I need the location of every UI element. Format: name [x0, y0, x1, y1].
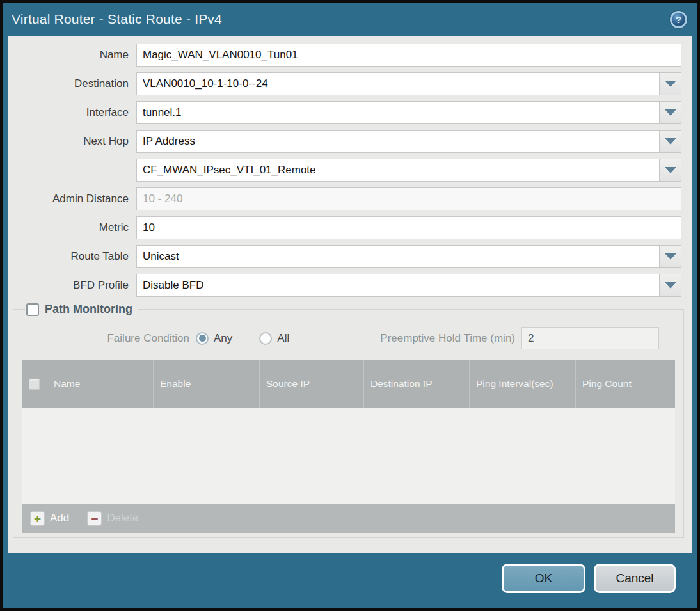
- cancel-button[interactable]: Cancel: [594, 564, 676, 593]
- column-header-ping-count: Ping Count: [576, 360, 675, 408]
- form-row-interface: Interface: [8, 101, 681, 124]
- static-route-dialog: Virtual Router - Static Route - IPv4 ? N…: [3, 3, 697, 608]
- form-row-bfd-profile: BFD Profile: [8, 274, 681, 297]
- preemptive-hold-time-label: Preemptive Hold Time (min): [380, 332, 521, 345]
- add-button-label: Add: [50, 512, 69, 525]
- next-hop-label: Next Hop: [8, 135, 136, 148]
- form-row-metric: Metric: [8, 216, 681, 239]
- static-route-form: Name Destination Interface: [8, 44, 692, 297]
- name-label: Name: [8, 49, 136, 61]
- table-header-checkbox-cell: [22, 360, 47, 408]
- form-row-route-table: Route Table: [8, 245, 681, 268]
- table-footer-bar: + Add − Delete: [22, 504, 675, 533]
- next-hop-type-dropdown-button[interactable]: [660, 130, 681, 153]
- name-input[interactable]: [136, 44, 681, 67]
- delete-button-label: Delete: [107, 512, 138, 525]
- minus-icon: −: [87, 511, 102, 526]
- path-monitoring-title: Path Monitoring: [45, 303, 132, 316]
- destination-dropdown-button[interactable]: [660, 72, 681, 95]
- path-monitoring-legend: Path Monitoring: [25, 303, 138, 316]
- form-row-next-hop: Next Hop: [8, 130, 681, 153]
- bfd-profile-dropdown-button[interactable]: [660, 274, 681, 297]
- dialog-title: Virtual Router - Static Route - IPv4: [12, 12, 222, 27]
- dialog-titlebar: Virtual Router - Static Route - IPv4 ?: [3, 3, 697, 36]
- delete-button[interactable]: − Delete: [87, 511, 138, 526]
- form-row-name: Name: [8, 44, 681, 67]
- chevron-down-icon: [665, 167, 676, 173]
- chevron-down-icon: [665, 282, 676, 289]
- chevron-down-icon: [665, 138, 676, 145]
- failure-condition-label: Failure Condition: [22, 332, 196, 345]
- chevron-down-icon: [665, 109, 676, 116]
- table-body-empty: [22, 408, 675, 504]
- column-header-source-ip: Source IP: [260, 360, 364, 408]
- bfd-profile-input[interactable]: [136, 274, 660, 297]
- interface-dropdown-button[interactable]: [660, 101, 681, 124]
- column-header-name: Name: [47, 360, 154, 408]
- table-header-row: Name Enable Source IP Destination IP Pin…: [22, 360, 675, 408]
- path-monitoring-checkbox[interactable]: [26, 303, 39, 316]
- interface-input[interactable]: [136, 101, 660, 124]
- dialog-content: Name Destination Interface: [8, 36, 692, 553]
- next-hop-address-dropdown-button[interactable]: [660, 159, 681, 182]
- preemptive-hold-time-input[interactable]: [521, 327, 659, 349]
- chevron-down-icon: [665, 253, 676, 260]
- next-hop-address-input[interactable]: [136, 159, 660, 182]
- admin-distance-label: Admin Distance: [8, 193, 136, 205]
- form-row-admin-distance: Admin Distance: [8, 187, 681, 210]
- dialog-footer: OK Cancel: [3, 553, 697, 608]
- help-icon[interactable]: ?: [670, 11, 687, 28]
- chevron-down-icon: [665, 81, 676, 87]
- interface-label: Interface: [8, 106, 136, 119]
- plus-icon: +: [30, 511, 45, 526]
- route-table-dropdown-button[interactable]: [660, 245, 681, 268]
- column-header-ping-interval: Ping Interval(sec): [470, 360, 576, 408]
- column-header-destination-ip: Destination IP: [364, 360, 470, 408]
- add-button[interactable]: + Add: [30, 511, 69, 526]
- metric-input[interactable]: [136, 216, 681, 239]
- next-hop-type-input[interactable]: [136, 130, 660, 153]
- route-table-input[interactable]: [136, 245, 660, 268]
- column-header-enable: Enable: [154, 360, 260, 408]
- form-row-next-hop-value: [8, 159, 681, 182]
- route-table-label: Route Table: [8, 250, 136, 263]
- failure-condition-row: Failure Condition Any All Preemptive Hol…: [22, 327, 675, 349]
- destination-input[interactable]: [136, 72, 660, 95]
- path-monitoring-section: Path Monitoring Failure Condition Any Al…: [13, 303, 684, 538]
- form-row-destination: Destination: [8, 72, 681, 95]
- failure-condition-all-radio[interactable]: [259, 332, 272, 345]
- select-all-checkbox[interactable]: [29, 379, 40, 390]
- path-monitoring-table: Name Enable Source IP Destination IP Pin…: [22, 360, 675, 533]
- failure-condition-all-label: All: [277, 332, 289, 345]
- bfd-profile-label: BFD Profile: [8, 279, 136, 292]
- ok-button[interactable]: OK: [502, 564, 585, 593]
- failure-condition-any-radio[interactable]: [196, 332, 209, 345]
- metric-label: Metric: [8, 221, 136, 234]
- failure-condition-any-label: Any: [214, 332, 232, 345]
- admin-distance-input[interactable]: [136, 187, 681, 210]
- destination-label: Destination: [8, 77, 136, 90]
